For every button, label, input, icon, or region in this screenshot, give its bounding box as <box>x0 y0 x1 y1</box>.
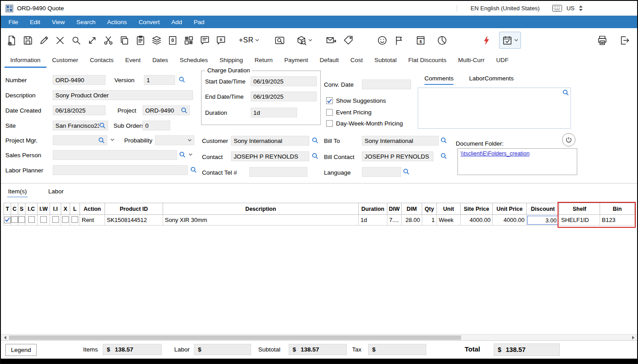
description-input[interactable] <box>53 90 193 100</box>
cell-unit[interactable]: Week <box>437 215 461 226</box>
cell-qty[interactable]: 1 <box>422 215 437 226</box>
find-window-button[interactable] <box>272 32 288 49</box>
sales-person-input[interactable] <box>53 150 177 160</box>
new-document-button[interactable] <box>4 32 20 49</box>
date-created-input[interactable] <box>53 105 105 115</box>
document-zero-button[interactable]: 0 <box>164 32 180 49</box>
bill-to-search-icon[interactable] <box>441 137 447 143</box>
cell-discount[interactable]: 3.00 <box>527 216 558 225</box>
col-dim[interactable]: DIM <box>402 203 422 215</box>
tab-shipping[interactable]: Shipping <box>214 53 249 68</box>
cut-button[interactable] <box>100 32 116 49</box>
labor-planner-input[interactable] <box>53 165 188 175</box>
calendar-check-button[interactable] <box>499 32 521 49</box>
col-unit[interactable]: Unit <box>437 203 461 215</box>
end-date-input[interactable] <box>251 92 317 101</box>
col-ii[interactable]: I.I <box>50 203 61 215</box>
language-search-icon[interactable] <box>403 168 409 175</box>
col-t[interactable]: T <box>4 203 11 215</box>
col-x[interactable]: X <box>61 203 70 215</box>
table-row[interactable]: Rent SK1508144512 Sony XIR 30mm 1d 7....… <box>4 215 635 226</box>
t-checkbox[interactable] <box>4 217 11 223</box>
site-search-icon[interactable] <box>99 122 105 129</box>
language-indicator[interactable]: EN English (United States) <box>470 5 540 12</box>
menu-pad[interactable]: Pad <box>188 16 210 28</box>
contact-input[interactable] <box>231 151 309 161</box>
search-button[interactable] <box>68 32 84 49</box>
scroll-left-button[interactable] <box>2 335 8 340</box>
cell-action[interactable]: Rent <box>80 215 105 226</box>
col-s[interactable]: S <box>18 203 25 215</box>
labor-planner-search-icon[interactable] <box>190 167 197 173</box>
horizontal-scrollbar[interactable] <box>1 334 637 340</box>
contact-tel-input[interactable] <box>249 167 307 177</box>
x-checkbox[interactable] <box>62 216 69 223</box>
comments-search-icon[interactable] <box>562 89 569 96</box>
ic-checkbox[interactable] <box>28 216 35 223</box>
exit-button[interactable] <box>617 32 633 49</box>
tab-subtotal[interactable]: Subtotal <box>369 53 403 68</box>
tab-cost[interactable]: Cost <box>344 53 369 68</box>
legend-button[interactable]: Legend <box>5 344 37 356</box>
cell-duration[interactable]: 1d <box>359 215 387 226</box>
day-week-month-pricing-option[interactable]: Day-Week-Month Pricing <box>326 120 403 127</box>
copy-button[interactable] <box>116 32 132 49</box>
bill-contact-input[interactable] <box>362 151 433 161</box>
menu-search[interactable]: Search <box>71 16 101 28</box>
s-checkbox[interactable] <box>18 216 25 223</box>
keyboard-icon[interactable] <box>552 5 562 12</box>
layers-button[interactable] <box>148 32 164 49</box>
comment-button[interactable] <box>197 32 213 49</box>
cell-dim[interactable]: 28.00 <box>402 215 422 226</box>
project-search-icon[interactable] <box>181 107 187 113</box>
version-input[interactable] <box>144 75 175 85</box>
show-suggestions-checkbox[interactable] <box>326 97 333 104</box>
menu-actions[interactable]: Actions <box>101 16 133 28</box>
tab-dates[interactable]: Dates <box>147 53 174 68</box>
save-button[interactable] <box>20 32 36 49</box>
tab-customer[interactable]: Customer <box>46 53 84 68</box>
delete-button[interactable] <box>52 32 68 49</box>
power-button[interactable] <box>562 133 575 146</box>
col-discount[interactable]: Discount <box>527 203 559 215</box>
col-product-id[interactable]: Product ID <box>105 203 163 215</box>
project-mgr-dropdown-icon[interactable] <box>110 138 114 141</box>
project-mgr-search-icon[interactable] <box>98 137 105 143</box>
cell-unit-price[interactable]: 4000.00 <box>493 215 527 226</box>
col-shelf[interactable]: Shelf <box>559 203 600 215</box>
col-action[interactable]: Action <box>80 203 105 215</box>
scrollbar-thumb[interactable] <box>9 335 461 340</box>
tab-multi-curr[interactable]: Multi-Curr <box>452 53 490 68</box>
contact-search-icon[interactable] <box>312 153 318 159</box>
tab-items[interactable]: Item(s) <box>7 186 28 197</box>
bill-to-input[interactable] <box>362 136 439 146</box>
comments-textarea[interactable] <box>418 88 571 128</box>
start-date-input[interactable] <box>251 76 317 86</box>
number-input[interactable] <box>53 75 105 85</box>
col-qty[interactable]: Qty <box>422 203 437 215</box>
iw-checkbox[interactable] <box>40 216 47 223</box>
chevron-down-icon[interactable] <box>255 39 259 42</box>
print-button[interactable] <box>594 32 610 49</box>
col-iw[interactable]: I.W <box>38 203 50 215</box>
language-input[interactable] <box>362 167 401 177</box>
document-folder-link[interactable]: \\tsclient\E\Folders_creation <box>461 151 529 157</box>
customer-search-icon[interactable] <box>312 137 318 143</box>
paste-button[interactable] <box>132 32 148 49</box>
flag-button[interactable] <box>391 32 407 49</box>
pie-clock-button[interactable] <box>434 32 450 49</box>
col-site-price[interactable]: Site Price <box>461 203 493 215</box>
keyboard-layout-label[interactable]: US <box>567 5 575 12</box>
bill-contact-search-icon[interactable] <box>441 153 447 159</box>
invoice-button[interactable]: $ <box>412 32 428 49</box>
col-bin[interactable]: Bin <box>600 203 635 215</box>
tab-default[interactable]: Default <box>314 53 345 68</box>
col-c[interactable]: C <box>11 203 18 215</box>
sales-person-dropdown-icon[interactable] <box>189 153 193 156</box>
cell-description[interactable]: Sony XIR 30mm <box>163 215 359 226</box>
tab-contacts[interactable]: Contacts <box>84 53 119 68</box>
menu-convert[interactable]: Convert <box>133 16 165 28</box>
l-checkbox[interactable] <box>71 216 78 223</box>
tab-labor-comments[interactable]: LaborComments <box>469 75 514 85</box>
tab-comments[interactable]: Comments <box>424 75 453 85</box>
